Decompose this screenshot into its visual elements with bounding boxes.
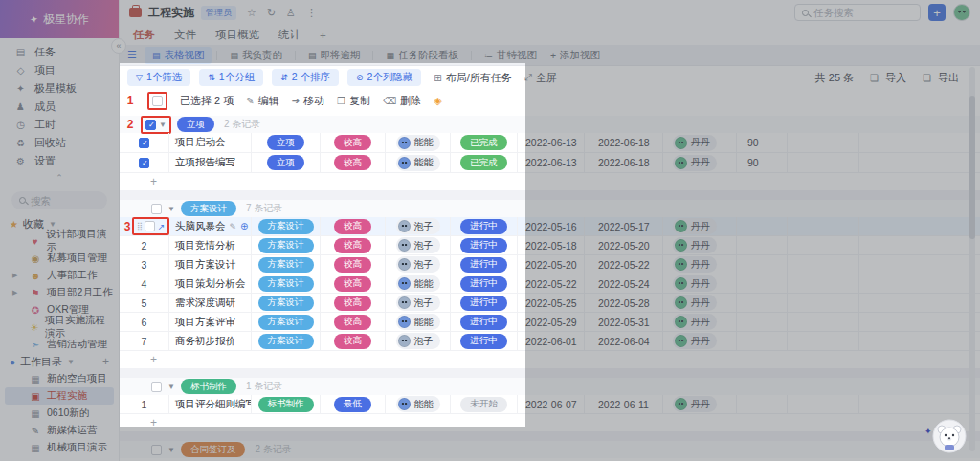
status-cell[interactable]: 未开始 (451, 395, 518, 413)
progress-cell[interactable] (737, 236, 788, 254)
sort-button[interactable]: ⇵2 个排序 (272, 69, 339, 86)
favorite-item[interactable]: ◉私募项目管理 (5, 250, 114, 267)
favorite-item[interactable]: ➣营销活动管理 (5, 336, 114, 353)
open-task-icon[interactable]: ↗ (158, 222, 166, 231)
export-button[interactable]: ❏导出 (923, 71, 959, 85)
end-date-cell[interactable]: 2022-05-24 (585, 274, 663, 293)
group-button[interactable]: ⇅1个分组 (199, 69, 263, 86)
table-row[interactable]: 1项目评分细则编写标书制作最低能能未开始2022-06-072022-06-11… (120, 395, 980, 414)
filter-button[interactable]: ▽1个筛选 (127, 69, 190, 86)
priority-cell[interactable]: 较高 (321, 133, 386, 152)
add-project-tab-button[interactable]: + (320, 30, 326, 41)
status-cell[interactable]: 进行中 (451, 332, 518, 350)
group-header[interactable]: ▼合同签订及2 条记录 (120, 441, 980, 458)
assignee-cell[interactable]: 能能 (386, 133, 451, 152)
priority-cell[interactable]: 较高 (321, 217, 386, 235)
progress-cell[interactable] (737, 274, 788, 293)
add-view-button[interactable]: + 添加视图 (550, 49, 600, 62)
workdir-item[interactable]: ▣工程实施 (5, 387, 114, 405)
task-title-cell[interactable]: 立项报告编写 (169, 153, 252, 172)
end-date-cell[interactable]: 2022-05-22 (585, 255, 663, 274)
sidebar-item-hours[interactable]: ◷工时 (0, 116, 119, 134)
sync-icon[interactable]: ↻ (267, 7, 276, 19)
project-tab-文件[interactable]: 文件 (174, 28, 196, 42)
view-tab[interactable]: ▤表格视图 (145, 47, 212, 64)
group-header[interactable]: ▼标书制作1 条记录 (120, 378, 980, 395)
table-row[interactable]: 6项目方案评审方案设计较高能能进行中2022-05-292022-05-31丹丹 (120, 313, 980, 332)
user-avatar[interactable] (953, 4, 970, 21)
task-title-cell[interactable]: 项目方案设计 (169, 255, 252, 274)
favorite-item[interactable]: ▶⚑项目部2月工作 (5, 284, 114, 301)
stage-cell[interactable]: 立项 (252, 153, 321, 172)
stage-cell[interactable]: 立项 (252, 133, 321, 152)
project-tab-项目概览[interactable]: 项目概览 (215, 28, 259, 42)
favorite-item[interactable]: ▶☻人事部工作 (5, 267, 114, 284)
sidebar-item-template[interactable]: ✦极星模板 (0, 79, 119, 98)
creator-cell[interactable]: 丹丹 (663, 313, 737, 331)
hide-button[interactable]: ⊘2个列隐藏 (347, 69, 421, 86)
assignee-cell[interactable]: 泡子 (386, 236, 451, 254)
assignee-cell[interactable]: 泡子 (386, 255, 451, 274)
start-date-cell[interactable]: 2022-05-18 (518, 236, 585, 254)
start-date-cell[interactable]: 2022-06-07 (518, 395, 585, 413)
task-title-cell[interactable]: 项目策划分析会 (169, 274, 252, 293)
priority-cell[interactable]: 较高 (321, 236, 386, 254)
end-date-cell[interactable]: 2022-05-20 (585, 236, 663, 254)
group-dropdown-icon[interactable]: ▼ (167, 205, 175, 213)
checkbox[interactable] (139, 138, 149, 148)
add-task-row[interactable]: + (120, 351, 980, 368)
view-tab[interactable]: ▤即将逾期 (301, 47, 368, 64)
create-button[interactable]: + (928, 4, 946, 21)
sidebar-item-tasks[interactable]: ▤任务 (0, 43, 119, 61)
table-row[interactable]: 3项目方案设计方案设计较高泡子进行中2022-05-202022-05-22丹丹 (120, 255, 980, 274)
sidebar-search-field[interactable] (31, 195, 98, 207)
move-button[interactable]: ➔移动 (292, 94, 324, 108)
workdir-item[interactable]: ✎新媒体运营 (5, 422, 114, 439)
task-search-input[interactable] (794, 4, 921, 21)
assignee-cell[interactable]: 泡子 (386, 332, 451, 350)
priority-cell[interactable]: 较高 (321, 274, 386, 293)
creator-cell[interactable]: 丹丹 (663, 255, 737, 274)
workdir-item[interactable]: ▦机械项目演示 (5, 439, 114, 456)
layout-button[interactable]: ⊞布局/所有任务 (434, 71, 511, 85)
progress-cell[interactable] (737, 313, 788, 331)
priority-cell[interactable]: 较高 (321, 313, 386, 331)
group-header[interactable]: 2▼立项2 条记录 (120, 116, 980, 133)
sidebar-item-settings[interactable]: ⚙设置 (0, 152, 119, 170)
table-row[interactable]: 7商务初步报价方案设计较高泡子进行中2022-06-012022-06-04丹丹 (120, 332, 980, 351)
progress-cell[interactable]: 90 (737, 153, 788, 172)
invite-member-icon[interactable]: ♙ (286, 7, 296, 19)
project-tab-统计[interactable]: 统计 (278, 28, 301, 42)
view-tab[interactable]: ▤我负责的 (222, 47, 290, 64)
scrollbar-thumb[interactable] (969, 96, 975, 239)
end-date-cell[interactable]: 2022-05-28 (585, 294, 663, 312)
group-header[interactable]: ▼方案设计7 条记录 (120, 200, 980, 217)
workdir-header[interactable]: ● 工作目录 ▼ + (0, 353, 119, 370)
expand-arrow-icon[interactable]: ▶ (12, 272, 17, 279)
end-date-cell[interactable]: 2022-06-18 (585, 133, 663, 152)
rename-icon[interactable]: ✎ (230, 222, 237, 231)
status-cell[interactable]: 已完成 (451, 153, 518, 172)
end-date-cell[interactable]: 2022-06-04 (585, 332, 663, 350)
assignee-cell[interactable]: 能能 (386, 153, 451, 172)
status-cell[interactable]: 已完成 (451, 133, 518, 152)
stage-cell[interactable]: 方案设计 (252, 294, 321, 312)
project-tab-任务[interactable]: 任务 (133, 28, 155, 42)
status-cell[interactable]: 进行中 (451, 236, 518, 254)
view-menu-icon[interactable]: ☰ (127, 49, 137, 61)
task-title-cell[interactable]: 头脑风暴会✎⊕ (169, 217, 252, 235)
progress-cell[interactable] (737, 332, 788, 350)
progress-cell[interactable] (737, 217, 788, 235)
end-date-cell[interactable]: 2022-05-31 (585, 313, 663, 331)
task-title-cell[interactable]: 项目评分细则编写 (169, 395, 252, 413)
priority-cell[interactable]: 较高 (321, 255, 386, 274)
status-cell[interactable]: 进行中 (451, 313, 518, 331)
task-title-cell[interactable]: 商务初步报价 (169, 332, 252, 350)
priority-cell[interactable]: 较高 (321, 153, 386, 172)
table-row[interactable]: 项目启动会立项较高能能已完成2022-06-132022-06-18丹丹90 (120, 133, 980, 153)
priority-cell[interactable]: 较高 (321, 294, 386, 312)
stage-cell[interactable]: 方案设计 (252, 332, 321, 350)
sidebar-item-trash[interactable]: ♻回收站 (0, 134, 119, 152)
add-subtask-icon[interactable]: ⊕ (240, 221, 248, 231)
table-row[interactable]: 4项目策划分析会方案设计较高能能进行中2022-05-222022-05-24丹… (120, 274, 980, 294)
